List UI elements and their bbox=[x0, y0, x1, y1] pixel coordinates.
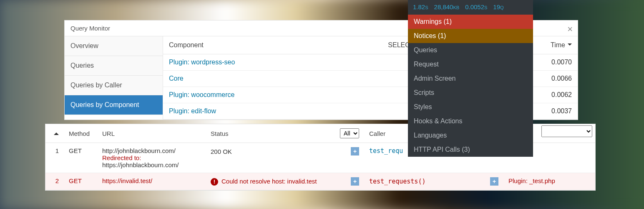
menu-item[interactable]: Queries bbox=[408, 43, 533, 57]
admin-stats[interactable]: 1.82s 28,840KB 0.0052s 19Q bbox=[408, 0, 533, 15]
component-filter[interactable] bbox=[541, 125, 592, 137]
component-link[interactable]: Core bbox=[169, 75, 184, 82]
menu-item[interactable]: Hooks & Actions bbox=[408, 114, 533, 128]
method: GET bbox=[64, 173, 97, 190]
sort-asc-icon bbox=[54, 130, 59, 135]
panel-title: Query Monitor bbox=[70, 25, 110, 32]
expand-button[interactable]: + bbox=[351, 177, 359, 186]
stat-queries: 19Q bbox=[493, 3, 503, 10]
row-index: 1 bbox=[45, 143, 64, 173]
stat-memory: 28,840KB bbox=[434, 3, 460, 10]
nav-queries[interactable]: Queries bbox=[65, 56, 163, 76]
caller-fn: test_requests() bbox=[369, 178, 425, 185]
nav-queries-by-component[interactable]: Queries by Component bbox=[65, 95, 163, 115]
menu-item[interactable]: Warnings (1) bbox=[408, 15, 533, 29]
nav-overview[interactable]: Overview bbox=[65, 36, 163, 56]
col-component[interactable]: Component bbox=[163, 36, 331, 54]
status-text: 200 OK bbox=[211, 148, 232, 155]
col-status[interactable]: Status All bbox=[206, 124, 364, 143]
stat-time: 1.82s bbox=[413, 3, 428, 10]
sidebar-nav: Overview Queries Queries by Caller Queri… bbox=[65, 36, 163, 120]
redirect-url: https://johnblackbourn.com/ bbox=[102, 161, 201, 168]
menu-item[interactable]: Scripts bbox=[408, 86, 533, 100]
menu-item[interactable]: Notices (1) bbox=[408, 29, 533, 43]
expand-button[interactable]: + bbox=[490, 177, 498, 186]
menu-item[interactable]: HTTP API Calls (3) bbox=[408, 143, 533, 157]
component-link[interactable]: Plugin: woocommerce bbox=[169, 91, 234, 98]
component-name: Plugin: _test.php bbox=[508, 177, 555, 184]
component-link[interactable]: Plugin: wordpress-seo bbox=[169, 59, 235, 66]
status-text: Could not resolve host: invalid.test bbox=[221, 178, 317, 185]
row-index: 2 bbox=[45, 173, 64, 190]
col-method[interactable]: Method bbox=[64, 124, 97, 143]
status-filter-select[interactable]: All bbox=[340, 128, 359, 138]
expand-button[interactable]: + bbox=[351, 147, 359, 155]
request-url: https://invalid.test/ bbox=[102, 177, 201, 184]
menu-item[interactable]: Styles bbox=[408, 100, 533, 114]
menu-item[interactable]: Languages bbox=[408, 128, 533, 143]
stat-db-time: 0.0052s bbox=[465, 3, 487, 10]
redirect-label: Redirected to: bbox=[102, 154, 201, 161]
error-icon: ! bbox=[211, 178, 218, 186]
sort-icon bbox=[568, 43, 572, 48]
admin-bar-menu: 1.82s 28,840KB 0.0052s 19Q Warnings (1)N… bbox=[408, 0, 533, 157]
menu-item[interactable]: Request bbox=[408, 57, 533, 71]
col-index[interactable] bbox=[45, 124, 64, 143]
method: GET bbox=[64, 143, 97, 173]
component-filter-select[interactable] bbox=[541, 125, 592, 137]
request-url: http://johnblackbourn.com/ bbox=[102, 147, 201, 154]
menu-item[interactable]: Admin Screen bbox=[408, 71, 533, 86]
table-row: 2GEThttps://invalid.test/!Could not reso… bbox=[45, 173, 595, 190]
close-icon[interactable]: × bbox=[567, 24, 573, 35]
col-url[interactable]: URL bbox=[97, 124, 206, 143]
caller-fn: test_requ bbox=[369, 147, 403, 155]
nav-queries-by-caller[interactable]: Queries by Caller bbox=[65, 76, 163, 95]
component-link[interactable]: Plugin: edit-flow bbox=[169, 107, 216, 115]
